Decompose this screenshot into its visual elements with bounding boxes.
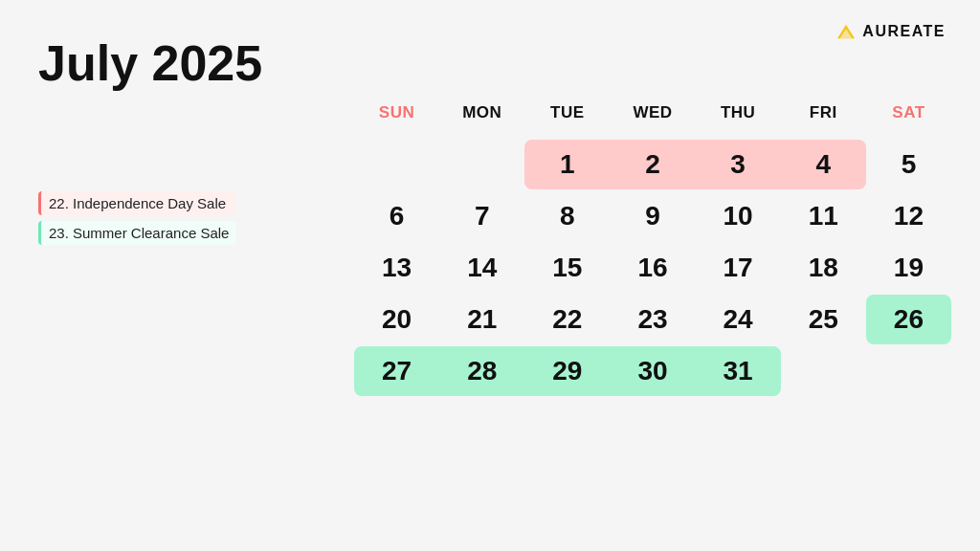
day-cell-30: 30 [610,346,695,396]
day-cell-22: 22 [524,295,610,344]
calendar-header: SUN MON TUE WED THU FRI SAT [354,96,951,130]
logo: AUREATE [835,23,946,40]
logo-text: AUREATE [862,23,946,40]
header-thu: THU [696,96,781,130]
day-cell-16: 16 [610,243,695,293]
day-cell-empty [439,140,524,189]
day-cell-8: 8 [524,191,610,241]
day-cell-9: 9 [610,191,695,241]
day-cell-23: 23 [610,295,695,344]
legend: 22. Independence Day Sale 23. Summer Cle… [38,191,236,245]
day-cell-3: 3 [696,140,781,189]
day-cell-24: 24 [696,295,781,344]
header-fri: FRI [781,96,866,130]
day-cell-21: 21 [439,295,524,344]
day-cell-29: 29 [524,346,610,396]
header-sun: SUN [354,96,439,130]
day-cell-2: 2 [610,140,695,189]
header-wed: WED [610,96,695,130]
day-cell-11: 11 [781,191,866,241]
day-cell-empty [866,346,951,396]
day-cell-6: 6 [354,191,439,241]
day-cell-4: 4 [781,140,866,189]
day-cell-19: 19 [866,243,951,293]
day-cell-26: 26 [866,295,951,344]
calendar-week-1: 12345 [354,140,951,189]
aureate-logo-icon [835,23,857,40]
day-cell-15: 15 [524,243,610,293]
header-sat: SAT [866,96,951,130]
day-cell-12: 12 [866,191,951,241]
legend-item-independence-day: 22. Independence Day Sale [38,191,236,215]
day-cell-empty [354,140,439,189]
day-cell-27: 27 [354,346,439,396]
day-cell-empty [781,346,866,396]
day-cell-14: 14 [439,243,524,293]
legend-item-summer-clearance: 23. Summer Clearance Sale [38,221,236,245]
page-container: AUREATE July 2025 22. Independence Day S… [0,0,980,551]
day-cell-31: 31 [696,346,781,396]
calendar-week-5: 2728293031 [354,346,951,396]
day-cell-18: 18 [781,243,866,293]
calendar: SUN MON TUE WED THU FRI SAT 123456789101… [354,96,951,398]
day-cell-13: 13 [354,243,439,293]
day-cell-20: 20 [354,295,439,344]
calendar-body: 1234567891011121314151617181920212223242… [354,140,951,398]
day-cell-7: 7 [439,191,524,241]
calendar-week-2: 6789101112 [354,191,951,241]
month-title: July 2025 [38,38,942,88]
calendar-week-3: 13141516171819 [354,243,951,293]
header-tue: TUE [524,96,610,130]
day-cell-5: 5 [866,140,951,189]
day-cell-28: 28 [439,346,524,396]
day-cell-17: 17 [696,243,781,293]
header-mon: MON [439,96,524,130]
day-cell-10: 10 [696,191,781,241]
day-cell-1: 1 [524,140,610,189]
calendar-week-4: 20212223242526 [354,295,951,344]
day-cell-25: 25 [781,295,866,344]
